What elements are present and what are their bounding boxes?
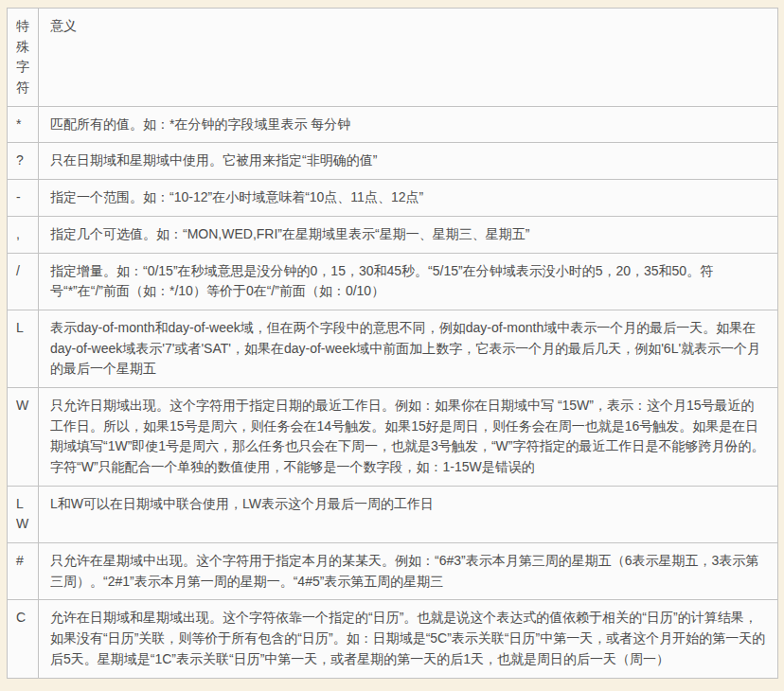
char-cell: C	[8, 600, 39, 678]
meaning-cell: 匹配所有的值。如：*在分钟的字段域里表示 每分钟	[39, 106, 778, 143]
table-row-W: W 只允许日期域出现。这个字符用于指定日期的最近工作日。例如：如果你在日期域中写…	[8, 387, 778, 486]
table-row-comma: , 指定几个可选值。如：“MON,WED,FRI”在星期域里表示“星期一、星期三…	[8, 216, 778, 253]
char-cell: /	[8, 253, 39, 310]
meaning-cell: 指定几个可选值。如：“MON,WED,FRI”在星期域里表示“星期一、星期三、星…	[39, 216, 778, 253]
table-row-slash: / 指定增量。如：“0/15”在秒域意思是没分钟的0，15，30和45秒。“5/…	[8, 253, 778, 310]
page-background: 特殊字符 意义 * 匹配所有的值。如：*在分钟的字段域里表示 每分钟 ? 只在日…	[0, 0, 784, 691]
header-meaning: 意义	[39, 9, 778, 107]
meaning-cell: 只允许日期域出现。这个字符用于指定日期的最近工作日。例如：如果你在日期域中写 “…	[39, 387, 778, 486]
char-cell: L	[8, 310, 39, 387]
meaning-cell: 只允许在星期域中出现。这个字符用于指定本月的某某天。例如：“6#3”表示本月第三…	[39, 543, 778, 600]
table-row-asterisk: * 匹配所有的值。如：*在分钟的字段域里表示 每分钟	[8, 106, 778, 143]
meaning-cell: 允许在日期域和星期域出现。这个字符依靠一个指定的“日历”。也就是说这个表达式的值…	[39, 600, 778, 678]
table-row-question: ? 只在日期域和星期域中使用。它被用来指定“非明确的值”	[8, 143, 778, 180]
char-cell: #	[8, 543, 39, 600]
meaning-cell: 指定增量。如：“0/15”在秒域意思是没分钟的0，15，30和45秒。“5/15…	[39, 253, 778, 310]
meaning-cell: 表示day-of-month和day-of-week域，但在两个字段中的意思不同…	[39, 310, 778, 387]
char-cell: LW	[8, 486, 39, 542]
header-row: 特殊字符 意义	[8, 9, 778, 107]
table-row-L: L 表示day-of-month和day-of-week域，但在两个字段中的意思…	[8, 310, 778, 387]
char-cell: -	[8, 180, 39, 217]
table-row-C: C 允许在日期域和星期域出现。这个字符依靠一个指定的“日历”。也就是说这个表达式…	[8, 600, 778, 678]
meaning-cell: 只在日期域和星期域中使用。它被用来指定“非明确的值”	[39, 143, 778, 180]
cron-special-char-table: 特殊字符 意义 * 匹配所有的值。如：*在分钟的字段域里表示 每分钟 ? 只在日…	[7, 8, 778, 679]
header-special-char: 特殊字符	[8, 9, 39, 107]
table-row-LW: LW L和W可以在日期域中联合使用，LW表示这个月最后一周的工作日	[8, 486, 778, 542]
meaning-cell: L和W可以在日期域中联合使用，LW表示这个月最后一周的工作日	[39, 486, 778, 542]
table-row-hash: # 只允许在星期域中出现。这个字符用于指定本月的某某天。例如：“6#3”表示本月…	[8, 543, 778, 600]
char-cell: W	[8, 387, 39, 486]
meaning-cell: 指定一个范围。如：“10-12”在小时域意味着“10点、11点、12点”	[39, 180, 778, 217]
char-cell: *	[8, 106, 39, 143]
char-cell: ?	[8, 143, 39, 180]
char-cell: ,	[8, 216, 39, 253]
table-row-hyphen: - 指定一个范围。如：“10-12”在小时域意味着“10点、11点、12点”	[8, 180, 778, 217]
